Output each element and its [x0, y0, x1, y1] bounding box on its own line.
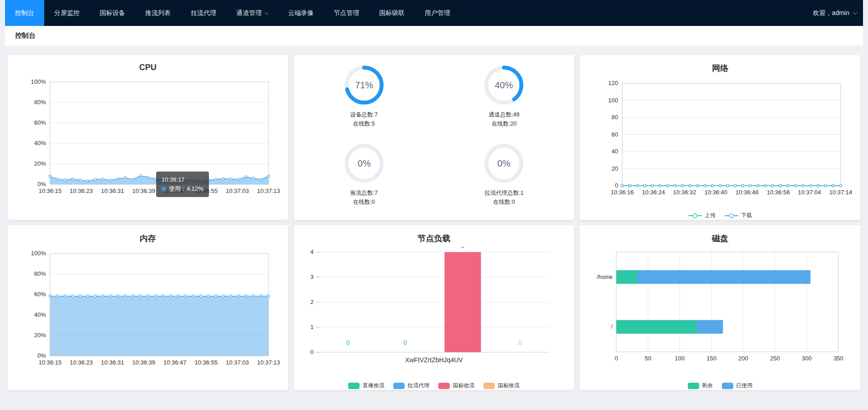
nav-item-label: 国标设备 — [100, 9, 125, 17]
legend-item[interactable]: 直播推流 — [348, 382, 384, 390]
svg-text:10:36:23: 10:36:23 — [70, 187, 93, 194]
svg-text:10:36:47: 10:36:47 — [163, 359, 187, 366]
svg-text:10:36:39: 10:36:39 — [132, 359, 155, 366]
svg-text:10:36:15: 10:36:15 — [39, 187, 62, 194]
legend-item[interactable]: 国标收流 — [438, 382, 474, 390]
legend-item[interactable]: 国标推流 — [483, 382, 519, 390]
nodeload-chart[interactable]: 012340040XwFtVZrtZbHJq4UV — [297, 247, 570, 376]
legend-item[interactable]: 下载 — [725, 212, 752, 219]
nav-item-8[interactable]: 节点管理 — [324, 0, 369, 26]
svg-text:200: 200 — [738, 355, 748, 362]
gauge-caption-line: 在线数:20 — [489, 119, 519, 128]
nav-item-7[interactable]: 云端录像 — [278, 0, 324, 26]
cpu-chart[interactable]: 0%20%40%60%80%100%10:36:1510:36:2310:36:… — [11, 75, 284, 209]
chevron-down-icon — [264, 10, 269, 15]
legend-item[interactable]: 拉流代理 — [393, 382, 429, 390]
nav-item-3[interactable]: 国标设备 — [90, 0, 135, 26]
svg-text:XwFtVZrtZbHJq4UV: XwFtVZrtZbHJq4UV — [406, 356, 463, 364]
nav-item-2[interactable]: 分屏监控 — [44, 0, 90, 26]
nav-item-5[interactable]: 拉流代理 — [181, 0, 226, 26]
gauge-ring-icon: 0% — [343, 142, 385, 184]
disk-legend: 剩余已使用 — [580, 382, 860, 390]
nav-spacer — [460, 0, 807, 26]
legend-item[interactable]: 剩余 — [688, 382, 713, 390]
gauge-caption: 拉流代理总数:1在线数:0 — [485, 188, 523, 207]
gauge-caption: 设备总数:7在线数:5 — [350, 110, 377, 128]
legend-swatch-icon — [438, 383, 450, 389]
legend-item[interactable]: 上传 — [688, 212, 716, 219]
gauge-caption-line: 在线数:0 — [485, 197, 523, 207]
svg-text:60%: 60% — [34, 119, 46, 126]
gauge-caption: 推流总数:7在线数:0 — [350, 188, 377, 207]
svg-text:40%: 40% — [495, 80, 513, 90]
svg-text:0: 0 — [404, 339, 407, 346]
svg-text:10:36:32: 10:36:32 — [673, 189, 696, 196]
nav-item-label: 拉流代理 — [191, 9, 216, 17]
nav-item-6[interactable]: 通道管理 — [226, 0, 278, 26]
gauge-caption-line: 设备总数:7 — [350, 110, 377, 119]
svg-text:150: 150 — [706, 355, 716, 362]
legend-swatch-icon — [722, 383, 733, 389]
breadcrumb: 控制台 — [5, 26, 863, 46]
svg-text:1: 1 — [310, 324, 314, 330]
gauge-1: 71%设备总数:7在线数:5 — [294, 61, 434, 139]
svg-text:10:37:13: 10:37:13 — [257, 187, 280, 194]
svg-text:10:37:03: 10:37:03 — [226, 359, 249, 366]
gauge-2: 40%通道总数:49在线数:20 — [434, 61, 574, 139]
nav-item-4[interactable]: 推流列表 — [135, 0, 181, 26]
network-legend: 上传下载 — [580, 212, 860, 219]
memory-title: 内存 — [8, 225, 288, 244]
svg-text:120: 120 — [608, 80, 618, 86]
memory-chart[interactable]: 0%20%40%60%80%100%10:36:1510:36:2310:36:… — [11, 247, 284, 381]
svg-text:10:36:47: 10:36:47 — [163, 187, 187, 194]
svg-text:10:36:15: 10:36:15 — [39, 359, 62, 366]
nodeload-panel: 节点负载 012340040XwFtVZrtZbHJq4UV 直播推流拉流代理国… — [294, 225, 574, 390]
cpu-title: CPU — [8, 55, 288, 72]
network-chart[interactable]: 02040608010012010:36:1610:36:2410:36:321… — [584, 76, 857, 206]
nodeload-legend: 直播推流拉流代理国标收流国标推流 — [294, 382, 574, 390]
nav-item-label: 节点管理 — [334, 9, 359, 17]
gauge-ring-icon: 0% — [483, 142, 525, 184]
nodeload-title: 节点负载 — [294, 225, 574, 244]
network-panel: 网络 02040608010012010:36:1610:36:2410:36:… — [580, 55, 860, 220]
gauge-caption-line: 通道总数:49 — [489, 110, 519, 119]
svg-text:20%: 20% — [34, 332, 46, 339]
svg-text:100: 100 — [608, 97, 618, 104]
nav-item-9[interactable]: 国标级联 — [369, 0, 415, 26]
legend-item[interactable]: 已使用 — [722, 382, 752, 390]
page-title: 控制台 — [15, 31, 36, 40]
network-title: 网络 — [580, 55, 860, 74]
svg-text:0: 0 — [615, 355, 618, 362]
disk-panel: 磁盘 050100150200250300350/home/ 剩余已使用 — [580, 225, 860, 390]
svg-text:300: 300 — [802, 355, 812, 362]
disk-chart[interactable]: 050100150200250300350/home/ — [584, 247, 857, 376]
svg-text:20: 20 — [612, 165, 618, 172]
svg-text:/: / — [611, 324, 613, 330]
svg-text:4: 4 — [461, 247, 465, 250]
legend-label: 剩余 — [702, 382, 713, 390]
gauge-caption-line: 推流总数:7 — [350, 188, 377, 197]
svg-text:10:37:03: 10:37:03 — [226, 187, 249, 194]
gauge-3: 0%推流总数:7在线数:0 — [294, 139, 434, 217]
svg-text:60: 60 — [612, 131, 618, 138]
svg-text:71%: 71% — [355, 80, 373, 90]
top-navbar: 控制台分屏监控国标设备推流列表拉流代理通道管理云端录像节点管理国标级联用户管理 … — [5, 0, 863, 26]
svg-text:40%: 40% — [34, 311, 46, 318]
legend-swatch-icon — [483, 383, 495, 389]
stats-panel: 71%设备总数:7在线数:540%通道总数:49在线数:200%推流总数:7在线… — [294, 55, 574, 220]
nav-item-label: 用户管理 — [425, 9, 450, 17]
svg-text:10:36:48: 10:36:48 — [736, 189, 759, 196]
cpu-panel: CPU 0%20%40%60%80%100%10:36:1510:36:2310… — [8, 55, 288, 220]
nav-item-1[interactable]: 控制台 — [5, 0, 44, 26]
nav-item-label: 控制台 — [15, 9, 34, 17]
legend-label: 国标收流 — [452, 382, 474, 390]
disk-title: 磁盘 — [580, 225, 860, 244]
nav-item-10[interactable]: 用户管理 — [415, 0, 460, 26]
svg-text:0%: 0% — [497, 158, 511, 168]
legend-swatch-icon — [348, 383, 360, 389]
legend-label: 上传 — [705, 212, 716, 219]
svg-text:50: 50 — [645, 355, 651, 362]
user-menu[interactable]: 欢迎，admin — [807, 0, 863, 26]
gauge-4: 0%拉流代理总数:1在线数:0 — [434, 139, 574, 217]
svg-text:250: 250 — [770, 355, 780, 362]
